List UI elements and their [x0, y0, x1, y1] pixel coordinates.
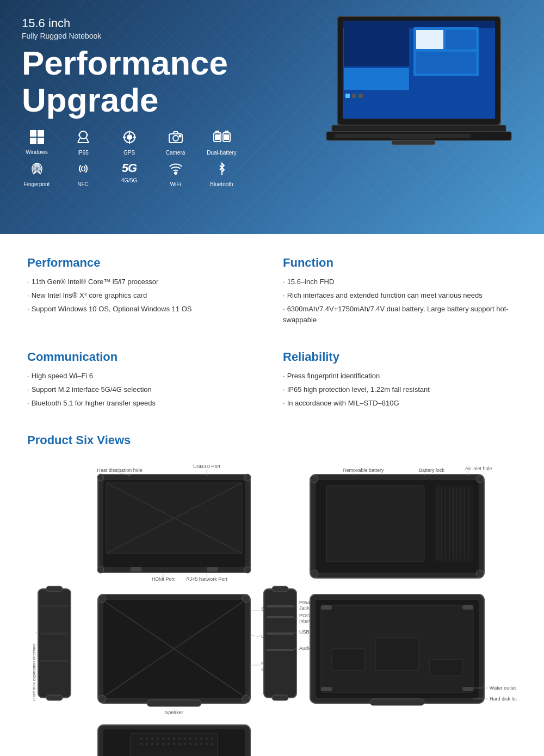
svg-point-163: [140, 743, 143, 745]
svg-point-161: [206, 737, 208, 740]
function-title: Function: [283, 256, 517, 270]
content-section: Performance 11th Gen® Intel® Core™ i5/i7…: [0, 234, 544, 756]
svg-rect-7: [416, 52, 476, 73]
svg-rect-12: [352, 94, 356, 98]
svg-rect-110: [326, 485, 424, 562]
product-views-section: Product Six Views: [27, 433, 517, 756]
svg-rect-141: [370, 699, 424, 705]
specs-grid: Performance 11th Gen® Intel® Core™ i5/i7…: [27, 256, 517, 328]
svg-point-37: [179, 136, 181, 137]
svg-rect-10: [344, 93, 495, 100]
performance-item-3: Support Windows 10 OS, Optional Windows …: [27, 304, 261, 315]
svg-rect-68: [41, 660, 68, 662]
svg-point-54: [244, 474, 251, 481]
svg-line-25: [86, 138, 89, 143]
svg-rect-11: [345, 94, 350, 98]
svg-rect-43: [224, 134, 229, 140]
svg-rect-138: [462, 687, 473, 691]
feature-icons-row1: Windows IP65: [22, 130, 522, 156]
svg-rect-52: [207, 567, 218, 571]
svg-text:USB3.0 Port: USB3.0 Port: [193, 464, 221, 469]
feature-icons-row2: Fingerprint NFC 5G 4G/5G: [22, 161, 522, 187]
svg-point-23: [79, 131, 87, 139]
svg-text:Air inlet hole: Air inlet hole: [465, 466, 492, 471]
icon-fingerprint: Fingerprint: [22, 161, 52, 187]
svg-point-55: [97, 567, 104, 573]
svg-rect-6: [446, 30, 476, 49]
svg-point-29: [127, 135, 132, 139]
svg-point-169: [173, 743, 175, 745]
svg-point-149: [140, 737, 143, 740]
svg-rect-96: [272, 586, 288, 592]
svg-point-160: [200, 737, 202, 740]
communication-item-1: High speed Wi–Fi 6: [27, 371, 261, 382]
reliability-item-2: IP65 high protection level, 1.22m fall r…: [283, 384, 517, 396]
svg-rect-21: [30, 138, 36, 144]
svg-text:Hard disk lock: Hard disk lock: [490, 696, 517, 702]
comm-reliability-grid: Communication High speed Wi–Fi 6 Support…: [27, 350, 517, 411]
svg-point-154: [168, 737, 170, 740]
svg-text:Battery lock: Battery lock: [419, 468, 445, 473]
svg-point-170: [178, 743, 181, 745]
svg-point-44: [175, 172, 177, 174]
svg-rect-39: [216, 131, 219, 133]
svg-point-122: [476, 475, 484, 483]
performance-item-2: New Intel Iris® Xᵉ core graphics card: [27, 290, 261, 302]
performance-item-1: 11th Gen® Intel® Core™ i5/i7 processor: [27, 276, 261, 288]
svg-point-166: [157, 743, 159, 745]
svg-rect-40: [215, 134, 220, 140]
svg-point-175: [206, 743, 208, 745]
svg-rect-92: [267, 605, 294, 607]
svg-rect-67: [41, 632, 68, 635]
svg-point-156: [178, 737, 181, 740]
svg-rect-19: [30, 130, 36, 137]
icon-windows: Windows: [22, 130, 52, 156]
svg-point-159: [195, 737, 197, 740]
function-block: Function 15.6–inch FHD Rich interfaces a…: [283, 256, 517, 328]
svg-point-53: [97, 474, 104, 481]
svg-point-36: [173, 136, 178, 141]
svg-point-121: [311, 475, 318, 483]
performance-block: Performance 11th Gen® Intel® Core™ i5/i7…: [27, 256, 261, 328]
svg-point-77: [98, 595, 106, 603]
svg-rect-70: [46, 695, 63, 700]
svg-rect-136: [430, 660, 462, 676]
communication-title: Communication: [27, 350, 261, 364]
svg-point-150: [146, 737, 148, 740]
svg-point-176: [211, 743, 213, 745]
svg-rect-13: [358, 94, 363, 98]
svg-point-152: [157, 737, 159, 740]
icon-5g: 5G 4G/5G: [114, 161, 144, 187]
svg-point-155: [173, 737, 175, 740]
icon-camera: Camera: [160, 130, 190, 156]
svg-text:Heat dissipation hole: Heat dissipation hole: [97, 468, 143, 473]
svg-line-85: [250, 635, 260, 637]
svg-rect-97: [272, 695, 288, 700]
icon-wifi: WiFi: [160, 161, 190, 187]
svg-point-173: [195, 743, 197, 745]
icon-nfc: NFC: [68, 161, 98, 187]
hero-section: 15.6 inch Fully Rugged Notebook Performa…: [0, 0, 544, 234]
icon-ip65: IP65: [68, 130, 98, 156]
svg-rect-5: [416, 30, 443, 49]
icon-bluetooth: Bluetooth: [207, 161, 237, 187]
svg-rect-134: [332, 649, 364, 671]
svg-rect-3: [343, 21, 495, 28]
svg-point-157: [184, 737, 186, 740]
communication-item-3: Bluetooth 5.1 for higher transfer speeds: [27, 398, 261, 409]
svg-rect-139: [321, 605, 332, 610]
reliability-block: Reliability Press fingerprint identifica…: [283, 350, 517, 411]
svg-point-167: [162, 743, 164, 745]
svg-rect-9: [344, 68, 409, 90]
svg-point-151: [151, 737, 153, 740]
svg-point-172: [189, 743, 191, 745]
svg-rect-8: [344, 28, 409, 66]
communication-item-2: Support M.2 interface 5G/4G selection: [27, 384, 261, 396]
svg-rect-93: [267, 616, 294, 618]
svg-rect-135: [375, 638, 419, 671]
svg-text:Water outlet port: Water outlet port: [490, 685, 517, 691]
function-item-1: 15.6–inch FHD: [283, 276, 517, 288]
svg-point-164: [146, 743, 148, 745]
icon-gps: GPS: [114, 130, 144, 156]
icon-dual-battery: Dual-battery: [207, 130, 237, 156]
